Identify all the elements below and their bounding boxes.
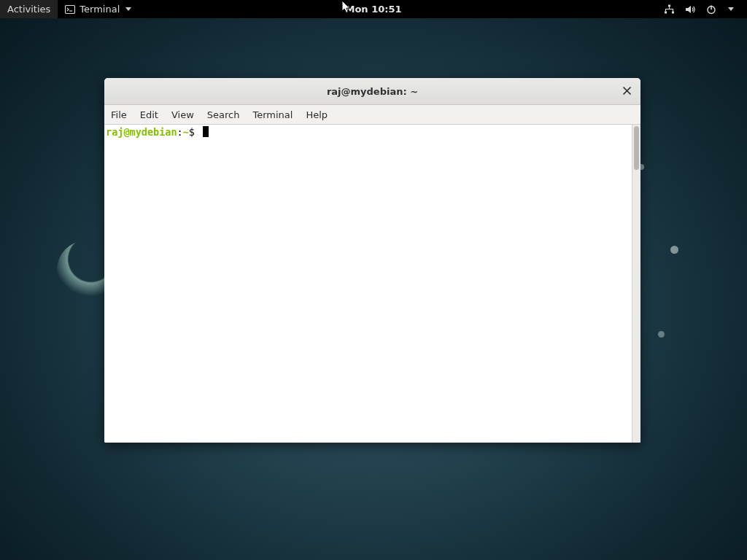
- prompt-symbol: $: [189, 126, 195, 138]
- terminal-icon: [65, 4, 75, 15]
- vertical-scrollbar[interactable]: [632, 125, 640, 443]
- clock-button[interactable]: Mon 10:51: [345, 4, 401, 15]
- terminal-content[interactable]: raj@mydebian:~$: [104, 125, 632, 443]
- terminal-area: raj@mydebian:~$: [104, 125, 640, 443]
- wallpaper-decoration: [670, 246, 678, 254]
- menu-label: Search: [207, 109, 240, 120]
- activities-label: Activities: [7, 4, 50, 15]
- clock-label: Mon 10:51: [345, 4, 401, 15]
- gnome-top-bar: Activities Terminal Mon 10:51: [0, 0, 747, 18]
- menu-label: Help: [306, 109, 328, 120]
- menu-edit[interactable]: Edit: [133, 105, 165, 124]
- menu-label: File: [111, 109, 127, 120]
- terminal-window: raj@mydebian: ~ File Edit View Search Te…: [104, 78, 640, 443]
- window-titlebar[interactable]: raj@mydebian: ~: [104, 78, 640, 105]
- prompt-userhost: raj@mydebian: [106, 126, 177, 138]
- svg-rect-1: [668, 4, 670, 7]
- power-icon[interactable]: [706, 4, 716, 15]
- menu-view[interactable]: View: [165, 105, 201, 124]
- scrollbar-thumb[interactable]: [634, 126, 639, 170]
- svg-rect-3: [672, 11, 674, 13]
- wallpaper-decoration: [658, 331, 665, 338]
- svg-rect-2: [665, 11, 667, 13]
- window-title: raj@mydebian: ~: [104, 86, 640, 97]
- app-menu-button[interactable]: Terminal: [58, 0, 139, 18]
- menu-label: Edit: [140, 109, 158, 120]
- activities-button[interactable]: Activities: [0, 0, 58, 18]
- system-menu-chevron-icon[interactable]: [728, 7, 734, 11]
- network-icon[interactable]: [664, 4, 675, 15]
- terminal-cursor: [203, 126, 209, 137]
- prompt-separator: :: [177, 126, 183, 138]
- prompt-path: ~: [183, 126, 189, 138]
- menu-search[interactable]: Search: [201, 105, 247, 124]
- close-button[interactable]: [617, 82, 636, 101]
- close-icon: [623, 85, 631, 97]
- menu-label: View: [171, 109, 194, 120]
- menu-file[interactable]: File: [104, 105, 133, 124]
- menu-terminal[interactable]: Terminal: [246, 105, 299, 124]
- volume-icon[interactable]: [685, 4, 696, 15]
- menu-label: Terminal: [252, 109, 293, 120]
- menu-help[interactable]: Help: [299, 105, 334, 124]
- svg-rect-0: [66, 5, 75, 13]
- menubar: File Edit View Search Terminal Help: [104, 105, 640, 125]
- chevron-down-icon: [125, 7, 131, 11]
- app-menu-label: Terminal: [80, 4, 120, 15]
